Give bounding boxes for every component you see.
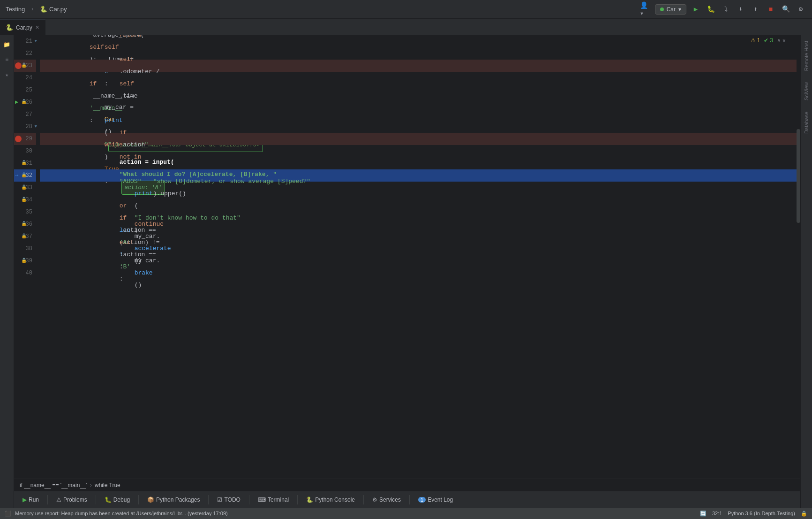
ok-badge[interactable]: ✔ 3 bbox=[764, 37, 773, 44]
run-tab[interactable]: ▶ Run bbox=[18, 495, 44, 505]
breakpoint-23[interactable] bbox=[15, 62, 22, 69]
sep7 bbox=[363, 495, 364, 504]
breadcrumb-separator: › bbox=[30, 6, 34, 13]
run-arrow-26[interactable]: ▶ bbox=[15, 96, 18, 108]
next-issue[interactable]: ∨ bbox=[782, 37, 786, 44]
stop-button[interactable]: ■ bbox=[765, 4, 776, 15]
fold-21[interactable]: ▼ bbox=[35, 35, 37, 47]
fold-28[interactable]: ▼ bbox=[35, 121, 37, 133]
debug-tab-icon: 🐛 bbox=[105, 496, 112, 503]
top-bar: Testing › 🐍 Car.py 👤 ▾ Car ▾ ▶ 🐛 ⤵ ⬇ ⬆ ■… bbox=[0, 0, 812, 19]
terminal-label: Terminal bbox=[268, 496, 289, 503]
run-button[interactable]: ▶ bbox=[690, 4, 701, 15]
python-packages-label: Python Packages bbox=[156, 496, 200, 503]
code-container: ⚠ 1 ✔ 3 ∧ ∨ 21 ▼ bbox=[14, 35, 800, 479]
step-into-button[interactable]: ⬇ bbox=[735, 4, 746, 15]
gutter-39: 🔒 39 bbox=[14, 255, 36, 267]
project-icon[interactable]: 📁 bbox=[1, 39, 13, 50]
run-config-dropdown[interactable]: Car ▾ bbox=[655, 4, 686, 15]
step-out-button[interactable]: ⬆ bbox=[750, 4, 761, 15]
editor-scrollbar[interactable] bbox=[797, 35, 800, 479]
python-packages-tab[interactable]: 📦 Python Packages bbox=[143, 495, 204, 505]
breakpoint-29[interactable] bbox=[15, 136, 22, 142]
fold-lock-26: 🔒 bbox=[21, 96, 27, 108]
code-line-23: return self .odometer / self .time bbox=[40, 60, 800, 72]
problems-icon: ⚠ bbox=[56, 496, 61, 503]
sep8 bbox=[409, 495, 410, 504]
tab-close-icon[interactable]: ✕ bbox=[35, 24, 39, 31]
gutter-38: 38 bbox=[14, 243, 36, 255]
indicators: ⚠ 1 ✔ 3 ∧ ∨ bbox=[751, 37, 786, 44]
gutter-26: ▶ 🔒 26 bbox=[14, 96, 36, 108]
sep6 bbox=[297, 495, 298, 504]
debug-arrow-32: → bbox=[15, 169, 18, 182]
code-line-24 bbox=[40, 72, 800, 84]
debug-tab[interactable]: 🐛 Debug bbox=[100, 495, 135, 505]
cursor-position[interactable]: 32:1 bbox=[712, 511, 722, 516]
breadcrumb-main[interactable]: if __name__ == '__main__' bbox=[20, 482, 87, 488]
sep3 bbox=[138, 495, 139, 504]
line-gutter: 21 ▼ 22 🔒 23 24 25 bbox=[14, 35, 40, 479]
status-message: Memory use report: Heap dump has been cr… bbox=[15, 511, 228, 516]
right-tab-remote[interactable]: Remote Host bbox=[802, 35, 811, 76]
gutter-25: 25 bbox=[14, 84, 36, 96]
python-packages-icon: 📦 bbox=[147, 496, 154, 503]
structure-icon[interactable]: ≡ bbox=[1, 54, 13, 65]
todo-tab[interactable]: ☑ TODO bbox=[212, 495, 245, 505]
language-indicator[interactable]: Python 3.6 (In-Depth-Testing) bbox=[728, 511, 795, 516]
dropdown-arrow: ▾ bbox=[678, 6, 681, 13]
sep5 bbox=[249, 495, 249, 504]
left-sidebar: 📁 ≡ ★ bbox=[0, 35, 14, 508]
event-log-tab[interactable]: 1 Event Log bbox=[414, 495, 458, 505]
services-label: Services bbox=[379, 496, 401, 503]
python-console-tab[interactable]: 🐍 Python Console bbox=[301, 495, 360, 505]
warning-icon: ⚠ bbox=[751, 37, 756, 44]
run-status-dot bbox=[660, 8, 664, 11]
fold-icon-36: 🔒 bbox=[21, 218, 27, 230]
status-right: 🔄 32:1 Python 3.6 (In-Depth-Testing) 🔒 bbox=[700, 511, 807, 517]
terminal-tab[interactable]: ⌨ Terminal bbox=[253, 495, 293, 505]
sep1 bbox=[47, 495, 48, 504]
warning-badge[interactable]: ⚠ 1 bbox=[751, 37, 760, 44]
gutter-24: 24 bbox=[14, 72, 36, 84]
warning-count: 1 bbox=[757, 37, 760, 44]
fold-icon-34: 🔒 bbox=[21, 194, 27, 206]
file-icon: 🐍 bbox=[40, 6, 47, 13]
services-icon: ⚙ bbox=[372, 496, 377, 503]
scrollbar-thumb[interactable] bbox=[797, 129, 800, 223]
problems-tab[interactable]: ⚠ Problems bbox=[52, 495, 92, 505]
gutter-37: 🔒 37 bbox=[14, 230, 36, 243]
services-tab[interactable]: ⚙ Services bbox=[368, 495, 406, 505]
debug-button[interactable]: 🐛 bbox=[705, 4, 716, 15]
sep2 bbox=[96, 495, 96, 504]
settings-button[interactable]: ⚙ bbox=[795, 4, 806, 15]
breadcrumb-while[interactable]: while True bbox=[95, 482, 120, 488]
fold-icon-32: 🔒 bbox=[21, 169, 27, 182]
breadcrumb-bar: if __name__ == '__main__' › while True bbox=[14, 479, 800, 491]
prev-issue[interactable]: ∧ bbox=[777, 37, 781, 44]
todo-label: TODO bbox=[224, 496, 240, 503]
gutter-28: ▼ 28 bbox=[14, 121, 36, 133]
current-file: 🐍 Car.py bbox=[40, 6, 67, 13]
tab-car-py[interactable]: 🐍 Car.py ✕ bbox=[0, 20, 45, 35]
right-tab-sciview[interactable]: SciView bbox=[802, 76, 811, 106]
ok-icon: ✔ bbox=[764, 37, 768, 44]
lock-icon: 🔒 bbox=[801, 511, 807, 517]
run-tab-label: Run bbox=[29, 496, 39, 503]
problems-label: Problems bbox=[63, 496, 87, 503]
search-button[interactable]: 🔍 bbox=[780, 4, 791, 15]
nav-chevrons: ∧ ∨ bbox=[777, 37, 786, 44]
gutter-40: 40 bbox=[14, 267, 36, 279]
git-icon: 🔄 bbox=[700, 511, 707, 517]
fold-icon-37: 🔒 bbox=[21, 230, 27, 243]
account-icon[interactable]: 👤 ▾ bbox=[640, 4, 651, 15]
favorites-icon[interactable]: ★ bbox=[1, 69, 13, 80]
status-bar: ⬛ Memory use report: Heap dump has been … bbox=[0, 508, 812, 519]
terminal-icon: ⌨ bbox=[258, 496, 266, 503]
status-warning-icon: ⬛ bbox=[5, 511, 11, 517]
step-over-button[interactable]: ⤵ bbox=[720, 4, 731, 15]
gutter-23: 🔒 23 bbox=[14, 60, 36, 72]
right-tab-database[interactable]: Database bbox=[802, 106, 811, 139]
code-lines[interactable]: def average_speed( self ): if self .time… bbox=[40, 35, 800, 479]
breadcrumb-sep: › bbox=[90, 482, 92, 488]
